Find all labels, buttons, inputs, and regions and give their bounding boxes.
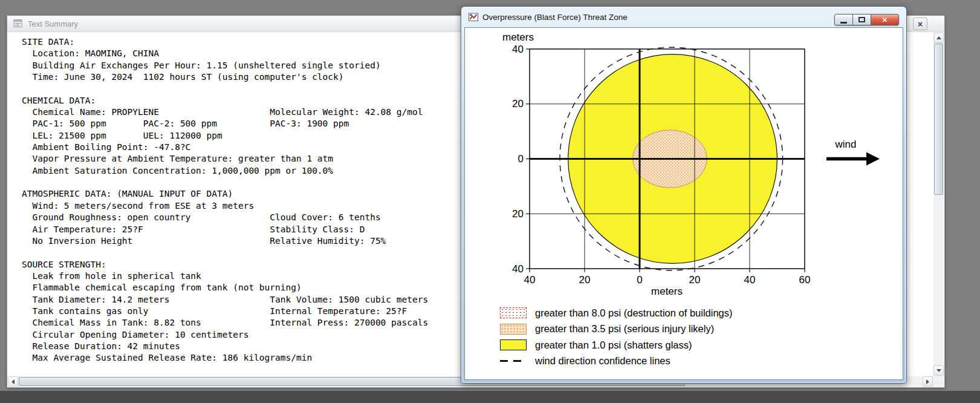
x-tick-label: 40: [744, 274, 756, 286]
threat-chart-icon: [469, 12, 478, 22]
legend-swatch-dashed-line: [500, 360, 527, 362]
window-controls: ×: [834, 14, 899, 25]
y-tick-label: 20: [512, 98, 524, 110]
legend-item: greater than 3.5 psi (serious injury lik…: [500, 321, 733, 338]
legend-swatch-stippled-tan: [500, 324, 527, 335]
minimize-button[interactable]: [834, 14, 853, 25]
legend-swatch-solid-yellow: [500, 339, 527, 350]
x-tick-label: 20: [579, 274, 591, 286]
minimize-icon: [840, 22, 847, 24]
right-arrow-icon: [926, 379, 929, 384]
y-tick-label: 40: [512, 263, 524, 275]
scroll-right-button[interactable]: [923, 376, 933, 387]
scroll-up-button[interactable]: [933, 33, 944, 43]
text-summary-close-button[interactable]: ×: [913, 18, 927, 30]
y-tick-label: 20: [512, 208, 524, 220]
legend-label: wind direction confidence lines: [535, 355, 670, 367]
y-axis-title: meters: [502, 31, 534, 43]
threat-zone-window: Overpressure (Blast Force) Threat Zone ×…: [461, 6, 907, 384]
scroll-left-button[interactable]: [8, 376, 18, 387]
x-axis-title: meters: [651, 286, 683, 297]
legend-item: greater than 1.0 psi (shatters glass): [500, 337, 733, 353]
y-tick-label: 40: [512, 44, 524, 55]
close-button[interactable]: ×: [871, 14, 899, 25]
vertical-scrollbar[interactable]: [933, 33, 944, 376]
maximize-button[interactable]: [852, 14, 871, 25]
legend-label: greater than 3.5 psi (serious injury lik…: [535, 323, 714, 335]
threat-zone-chart: meters meters wind 40200204060402002040: [465, 28, 903, 301]
legend-swatch-dotted-red: [500, 307, 527, 318]
x-tick-label: 20: [689, 274, 701, 286]
legend: greater than 8.0 psi (destruction of bui…: [500, 305, 733, 369]
maximize-icon: [858, 17, 865, 22]
scrollbar-corner: [933, 376, 944, 387]
left-arrow-icon: [11, 379, 15, 384]
x-tick-label: 60: [799, 274, 811, 286]
threat-zone-title: Overpressure (Blast Force) Threat Zone: [482, 13, 628, 22]
legend-label: greater than 1.0 psi (shatters glass): [535, 339, 692, 351]
up-arrow-icon: [936, 36, 941, 39]
document-icon: [13, 19, 23, 28]
threat-zone-content: meters meters wind 40200204060402002040 …: [464, 27, 903, 380]
vertical-scroll-thumb[interactable]: [934, 44, 943, 195]
aloha-app-frame: Text Summary × SITE DATA: Location: MAOM…: [0, 0, 980, 403]
y-tick-label: 0: [518, 153, 524, 165]
legend-item: greater than 8.0 psi (destruction of bui…: [500, 305, 733, 321]
wind-arrow: wind: [826, 139, 880, 166]
text-summary-title: Text Summary: [28, 19, 78, 28]
scroll-down-button[interactable]: [933, 365, 944, 376]
app-bottom-frame: [0, 391, 980, 403]
x-tick-label: 0: [637, 274, 642, 286]
down-arrow-icon: [936, 369, 941, 372]
wind-label: wind: [835, 139, 857, 150]
close-icon: ×: [882, 15, 888, 24]
legend-item: wind direction confidence lines: [500, 353, 733, 370]
x-tick-label: 40: [524, 274, 536, 286]
legend-label: greater than 8.0 psi (destruction of bui…: [535, 307, 733, 319]
